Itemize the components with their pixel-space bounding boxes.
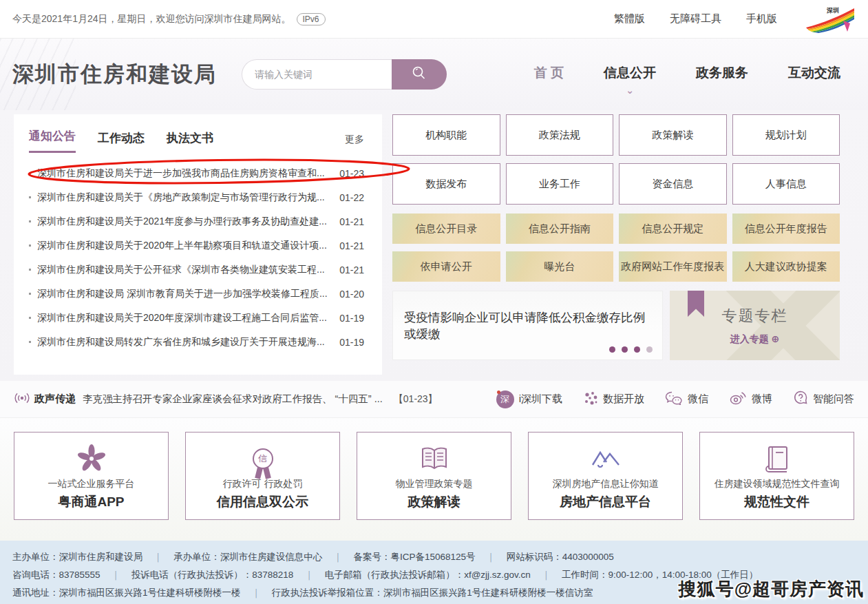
card-subtitle: 住房建设领域规范性文件查询	[714, 478, 840, 490]
grid-cell-exposure-platform[interactable]: 曝光台	[506, 251, 614, 282]
weibo-link[interactable]: 微博	[729, 391, 772, 408]
card-title: 信用信息双公示	[217, 493, 308, 511]
bullet-icon	[29, 244, 31, 247]
footer-complaint-phone: 投诉电话（行政执法投诉）：83788218	[100, 569, 294, 581]
mobile-version-link[interactable]: 手机版	[746, 12, 777, 25]
footer-address: 通讯地址：深圳市福田区振兴路1号住建科研楼附楼一楼	[12, 587, 241, 599]
card-subtitle: 行政许可 行政处罚	[223, 478, 303, 490]
carousel-dot[interactable]	[634, 346, 640, 353]
card-title: 规范性文件	[744, 493, 809, 511]
quick-link-label: 数据开放	[603, 393, 644, 406]
footer-operating-unit: 承办单位：深圳市住房建设信息中心	[142, 551, 322, 563]
news-item[interactable]: 深圳市住房和建设局 深圳市教育局关于进一步加强学校装修工程质...01-20	[29, 282, 364, 306]
news-item[interactable]: 深圳市住房和建设局关于2021年度参与办理行政事务及协助查处建...01-21	[29, 209, 364, 233]
news-item[interactable]: 深圳市住房和建设局关于2020年度深圳市建设工程施工合同后监管...01-19	[29, 306, 364, 330]
news-date: 01-22	[339, 192, 364, 203]
quick-link-label: i深圳下载	[519, 393, 562, 406]
news-date: 01-21	[339, 216, 364, 227]
grid-cell-planning[interactable]: 规划计划	[732, 114, 840, 156]
news-item[interactable]: 深圳市住房和建设局关于《房地产政策制定与市场管理行政行为规...01-22	[29, 185, 364, 209]
grid-cell-policy-interpretation[interactable]: 政策解读	[619, 114, 727, 156]
nav-home[interactable]: 首 页	[534, 64, 564, 85]
footer-phone: 咨询电话：83785555	[12, 569, 100, 581]
grid-cell-website-annual-report[interactable]: 政府网站工作年度报表	[619, 251, 727, 282]
bullet-icon	[29, 172, 31, 174]
news-title: 深圳市住房和建设局关于公开征求《深圳市各类物业建筑安装工程...	[37, 264, 330, 276]
smart-qa-icon	[793, 390, 808, 408]
traditional-chinese-link[interactable]: 繁體版	[614, 12, 645, 25]
credit-medal-icon: 信	[253, 441, 273, 477]
news-item[interactable]: 深圳市住房和建设局转发广东省住房和城乡建设厅关于开展违规海...01-19	[29, 330, 364, 354]
news-title: 深圳市住房和建设局 深圳市教育局关于进一步加强学校装修工程质...	[37, 288, 330, 300]
ticker-headline[interactable]: 李克强主持召开专家企业家座谈会征求对政府工作报告、 “十四五” ...	[83, 393, 383, 406]
grid-cell-personnel-info[interactable]: 人事信息	[732, 163, 840, 205]
news-carousel[interactable]: 受疫情影响企业可以申请降低公积金缴存比例或缓缴	[392, 291, 663, 360]
page: 今天是2021年1月24日，星期日，欢迎您访问深圳市住建局网站。 IPv6 繁體…	[0, 0, 868, 604]
carousel-dot[interactable]	[622, 346, 628, 353]
search-input[interactable]	[242, 59, 392, 90]
grid-cell-disclosure-catalog[interactable]: 信息公开目录	[392, 214, 500, 244]
card-policy-interpretation[interactable]: 物业管理政策专题 政策解读	[357, 432, 511, 520]
info-grid: 机构职能 政策法规 政策解读 规划计划 数据发布 业务工作 资金信息 人事信息 …	[392, 114, 840, 360]
card-normative-documents[interactable]: 住房建设领域规范性文件查询 规范性文件	[699, 432, 854, 520]
wechat-icon	[665, 391, 683, 408]
nav-government-services[interactable]: 政务服务	[696, 64, 748, 85]
news-item[interactable]: 深圳市住房和建设局关于2020年上半年勘察项目和轨道交通设计项...01-21	[29, 233, 364, 258]
ticker-date: 【01-23】	[394, 393, 438, 406]
header: 深圳市住房和建设局 首 页 信息公开 政务服务 互动交流	[0, 39, 868, 110]
smart-qa-link[interactable]: 智能问答	[793, 390, 854, 408]
bauhinia-flower-icon	[76, 441, 107, 477]
nav-interaction[interactable]: 互动交流	[788, 64, 840, 85]
welcome-text: 今天是2021年1月24日，星期日，欢迎您访问深圳市住建局网站。	[12, 13, 291, 25]
news-tabs: 通知公告 工作动态 执法文书 更多	[29, 125, 364, 153]
carousel-dots	[609, 346, 653, 353]
quick-link-label: 微信	[688, 393, 708, 406]
news-title: 深圳市住房和建设局关于《房地产政策制定与市场管理行政行为规...	[37, 191, 330, 204]
card-title: 粤商通APP	[58, 493, 124, 511]
tab-enforcement-docs[interactable]: 执法文书	[167, 130, 213, 153]
ipv6-badge[interactable]: IPv6	[297, 13, 326, 25]
notebook-icon	[763, 441, 791, 477]
open-data-link[interactable]: 数据开放	[583, 390, 644, 408]
card-real-estate-platform[interactable]: 深圳房地产信息让你知道 房地产信息平台	[528, 432, 683, 520]
ishenzhen-download-link[interactable]: 深 i深圳下载	[496, 390, 562, 408]
enter-topic-link[interactable]: 进入专题 ⊕	[730, 333, 780, 346]
house-roof-logo-icon	[590, 441, 622, 477]
nav-info-disclosure[interactable]: 信息公开	[604, 64, 656, 85]
grid-cell-disclosure-on-request[interactable]: 依申请公开	[392, 251, 500, 282]
accessibility-link[interactable]: 无障碍工具	[670, 12, 721, 25]
footer-row-1: 主办单位：深圳市住房和建设局 承办单位：深圳市住房建设信息中心 备案号：粤ICP…	[12, 548, 856, 566]
tab-work-updates[interactable]: 工作动态	[98, 130, 145, 153]
carousel-dot[interactable]	[646, 346, 653, 353]
quick-link-label: 微博	[752, 393, 772, 406]
card-credit-disclosure[interactable]: 信 行政许可 行政处罚 信用信息双公示	[185, 432, 340, 520]
card-yueshangtong-app[interactable]: 一站式企业服务平台 粤商通APP	[14, 432, 169, 520]
svg-text:深圳: 深圳	[826, 7, 839, 14]
bullet-icon	[29, 220, 31, 222]
grid-cell-org-functions[interactable]: 机构职能	[392, 114, 500, 156]
carousel-dot[interactable]	[609, 346, 615, 353]
bullet-icon	[29, 341, 31, 343]
grid-cell-policies[interactable]: 政策法规	[506, 114, 614, 156]
wechat-link[interactable]: 微信	[665, 391, 708, 408]
bullet-icon	[29, 293, 31, 295]
grid-cell-data-release[interactable]: 数据发布	[392, 163, 500, 205]
carousel-headline[interactable]: 受疫情影响企业可以申请降低公积金缴存比例或缓缴	[404, 309, 651, 342]
grid-cell-disclosure-guide[interactable]: 信息公开指南	[506, 214, 614, 244]
grid-cell-annual-report[interactable]: 信息公开年度报告	[732, 214, 840, 244]
footer-site-id: 网站标识码：4403000005	[476, 551, 614, 563]
grid-cell-disclosure-rules[interactable]: 信息公开规定	[619, 214, 727, 244]
tab-notices[interactable]: 通知公告	[29, 128, 76, 153]
news-title: 深圳市住房和建设局转发广东省住房和城乡建设厅关于开展违规海...	[37, 336, 330, 348]
grid-cell-funds-info[interactable]: 资金信息	[619, 163, 727, 205]
grid-cell-business-work[interactable]: 业务工作	[506, 163, 614, 205]
grid-cell-npc-cppcc-proposals[interactable]: 人大建议政协提案	[732, 251, 840, 282]
more-link[interactable]: 更多	[345, 134, 364, 153]
search-button[interactable]	[392, 59, 447, 90]
main-content: 通知公告 工作动态 执法文书 更多 深圳市住房和建设局关于进一步加强我市商品住房…	[0, 110, 868, 381]
news-item[interactable]: 深圳市住房和建设局关于进一步加强我市商品住房购房资格审查和...01-23	[29, 161, 364, 185]
card-subtitle: 物业管理政策专题	[396, 478, 473, 490]
topbar-links: 繁體版 无障碍工具 手机版 深圳	[614, 6, 856, 33]
news-item[interactable]: 深圳市住房和建设局关于公开征求《深圳市各类物业建筑安装工程...01-21	[29, 258, 364, 282]
special-topics-box[interactable]: 专题专栏 进入专题 ⊕	[670, 291, 840, 360]
